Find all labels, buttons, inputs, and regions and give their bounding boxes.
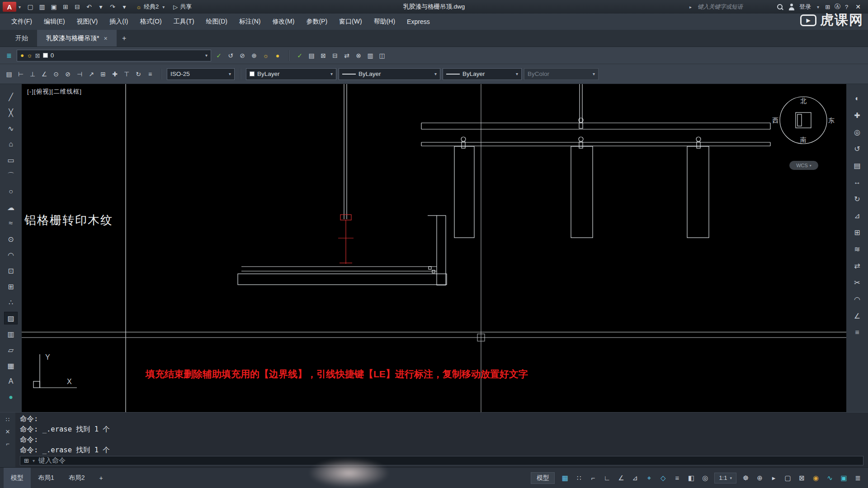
ellipse-icon[interactable]: ⊙ bbox=[4, 233, 18, 245]
linetype-caret-icon[interactable]: ▾ bbox=[434, 71, 437, 76]
dim-continue-icon[interactable]: ⊣ bbox=[74, 69, 85, 79]
tab-document[interactable]: 乳胶漆与格栅吊顶* × bbox=[37, 30, 117, 47]
help-icon[interactable]: ? bbox=[845, 4, 848, 10]
layer-unlock-icon[interactable]: ⊟ bbox=[330, 51, 340, 61]
app-logo[interactable]: A bbox=[3, 2, 16, 12]
layer-merge-icon[interactable]: ⇄ bbox=[341, 51, 352, 61]
dim-aligned-icon[interactable]: ⊥ bbox=[27, 69, 38, 79]
layer-combo[interactable]: ● ☼ ⊠ 0 ▾ bbox=[17, 50, 211, 61]
point-icon[interactable]: ∴ bbox=[4, 296, 18, 309]
dim-linear-icon[interactable]: ⊢ bbox=[15, 69, 26, 79]
scale-icon[interactable]: ⊿ bbox=[850, 209, 864, 222]
fillet-icon[interactable]: ◠ bbox=[850, 293, 864, 305]
menu-parametric[interactable]: 参数(P) bbox=[300, 14, 333, 30]
compass-west-label[interactable]: 西 bbox=[772, 117, 778, 124]
menu-help[interactable]: 帮助(H) bbox=[368, 14, 401, 30]
quick-properties-icon[interactable]: ▢ bbox=[781, 471, 794, 484]
menu-format[interactable]: 格式(O) bbox=[134, 14, 167, 30]
autodesk-app-icon[interactable]: Ⓐ bbox=[835, 3, 840, 11]
search-input[interactable]: 键入关键字或短语 bbox=[698, 3, 772, 11]
region-icon[interactable]: ▱ bbox=[4, 343, 18, 356]
layer-match-icon[interactable]: ✓ bbox=[213, 51, 224, 61]
lock-ui-icon[interactable]: ⊠ bbox=[795, 471, 808, 484]
compass-north-label[interactable]: 北 bbox=[800, 97, 807, 104]
dynamic-input-icon[interactable]: ⌐ bbox=[586, 471, 599, 484]
annotation-monitor-icon[interactable]: ⊕ bbox=[753, 471, 766, 484]
layer-delete-icon[interactable]: ⊗ bbox=[353, 51, 364, 61]
store-icon[interactable]: ⊞ bbox=[825, 4, 830, 10]
insert-block-icon[interactable]: ⊡ bbox=[4, 264, 18, 277]
menu-edit[interactable]: 编辑(E) bbox=[38, 14, 71, 30]
new-layout-button[interactable]: + bbox=[92, 468, 110, 488]
rectangle-icon[interactable]: ▭ bbox=[4, 154, 18, 166]
command-input-caret-icon[interactable]: ▾ bbox=[33, 458, 35, 463]
spline-icon[interactable]: ≈ bbox=[4, 217, 18, 230]
share-button[interactable]: ▷ 共享 bbox=[170, 1, 195, 12]
make-current-layer-icon[interactable]: ✓ bbox=[294, 51, 305, 61]
compass-east-label[interactable]: 东 bbox=[828, 117, 835, 124]
undo-icon[interactable]: ↶ bbox=[84, 2, 94, 12]
new-file-icon[interactable]: ▢ bbox=[25, 2, 36, 12]
offset-icon[interactable]: ≋ bbox=[850, 243, 864, 255]
gradient-icon[interactable]: ▥ bbox=[4, 328, 18, 340]
menu-window[interactable]: 窗口(W) bbox=[333, 14, 368, 30]
center-mark-icon[interactable]: ✚ bbox=[109, 69, 120, 79]
layer-lock-tool-icon[interactable]: ⊠ bbox=[318, 51, 329, 61]
layer-walk-icon[interactable]: ▥ bbox=[365, 51, 376, 61]
tolerance-icon[interactable]: ⊞ bbox=[98, 69, 108, 79]
layer-freeze-tool-icon[interactable]: ☼ bbox=[260, 51, 271, 61]
leader-icon[interactable]: ↗ bbox=[86, 69, 97, 79]
menu-file[interactable]: 文件(F) bbox=[5, 14, 38, 30]
tab-model[interactable]: 模型 bbox=[4, 468, 31, 488]
ortho-mode-icon[interactable]: ∟ bbox=[600, 471, 613, 484]
save-icon[interactable]: ▣ bbox=[48, 2, 59, 12]
trim-icon[interactable]: ✂ bbox=[850, 276, 864, 289]
arc-icon[interactable]: ⌒ bbox=[4, 169, 18, 182]
compass-south-label[interactable]: 南 bbox=[800, 136, 807, 143]
dim-angular-icon[interactable]: ∠ bbox=[39, 69, 50, 79]
redo-icon[interactable]: ↷ bbox=[107, 2, 118, 12]
construction-line-icon[interactable]: ╳ bbox=[4, 106, 18, 119]
hatch-icon[interactable]: ▨ bbox=[4, 312, 18, 324]
units-icon[interactable]: ▸ bbox=[767, 471, 780, 484]
tab-close-icon[interactable]: × bbox=[104, 35, 107, 42]
layer-isolate-icon[interactable]: ⊘ bbox=[237, 51, 248, 61]
menu-insert[interactable]: 插入(I) bbox=[104, 14, 134, 30]
transparency-display-icon[interactable]: ◧ bbox=[684, 471, 698, 484]
annotation-scale-button[interactable]: 1:1 ▾ bbox=[714, 473, 736, 483]
dim-diameter-icon[interactable]: ⊘ bbox=[62, 69, 73, 79]
close-command-icon[interactable]: ✕ bbox=[5, 428, 10, 435]
revision-cloud-icon[interactable]: ☁ bbox=[4, 201, 18, 214]
layer-unisolate-icon[interactable]: ⊕ bbox=[249, 51, 259, 61]
pan-icon[interactable]: ✚ bbox=[850, 109, 864, 122]
redo-caret-icon[interactable]: ▾ bbox=[119, 2, 130, 12]
layer-states-icon[interactable]: ▤ bbox=[306, 51, 317, 61]
properties-icon[interactable]: ≡ bbox=[850, 326, 864, 339]
tab-start[interactable]: 开始 bbox=[6, 30, 37, 47]
dim-radius-icon[interactable]: ⊙ bbox=[51, 69, 61, 79]
ellipse-arc-icon[interactable]: ◠ bbox=[4, 249, 18, 261]
dim-update-icon[interactable]: ↻ bbox=[133, 69, 144, 79]
layer-panel-icon[interactable]: ▤ bbox=[850, 159, 864, 172]
customize-icon[interactable]: ≣ bbox=[851, 471, 864, 484]
dim-style-manager-icon[interactable]: ≡ bbox=[145, 69, 156, 79]
viewport-controls[interactable]: [-][俯视][二维线框] bbox=[27, 88, 82, 96]
drawing-canvas[interactable]: 北 南 西 东 Y X [-][俯视][二维线框] 铝格栅转印木纹 填充结束删除… bbox=[22, 84, 846, 412]
menu-tools[interactable]: 工具(T) bbox=[168, 14, 200, 30]
graphics-performance-icon[interactable]: ∿ bbox=[823, 471, 836, 484]
clean-screen-icon[interactable]: ▣ bbox=[837, 471, 850, 484]
new-tab-button[interactable]: + bbox=[117, 30, 132, 47]
snap-mode-icon[interactable]: ∷ bbox=[572, 471, 585, 484]
object-snap-icon[interactable]: ◇ bbox=[656, 471, 670, 484]
menu-dimension[interactable]: 标注(N) bbox=[233, 14, 266, 30]
wcs-indicator[interactable]: WCS ▾ bbox=[789, 161, 818, 170]
customize-command-icon[interactable]: ⌐ bbox=[6, 441, 9, 447]
lineweight-caret-icon[interactable]: ▾ bbox=[516, 71, 518, 76]
circle-icon[interactable]: ○ bbox=[4, 185, 18, 198]
color-combo-caret-icon[interactable]: ▾ bbox=[330, 71, 333, 76]
table-icon[interactable]: ▦ bbox=[4, 359, 18, 372]
polygon-icon[interactable]: ⌂ bbox=[4, 138, 18, 150]
undo-caret-icon[interactable]: ▾ bbox=[95, 2, 106, 12]
grid-display-icon[interactable]: ▦ bbox=[558, 471, 571, 484]
layer-previous-icon[interactable]: ↺ bbox=[225, 51, 236, 61]
